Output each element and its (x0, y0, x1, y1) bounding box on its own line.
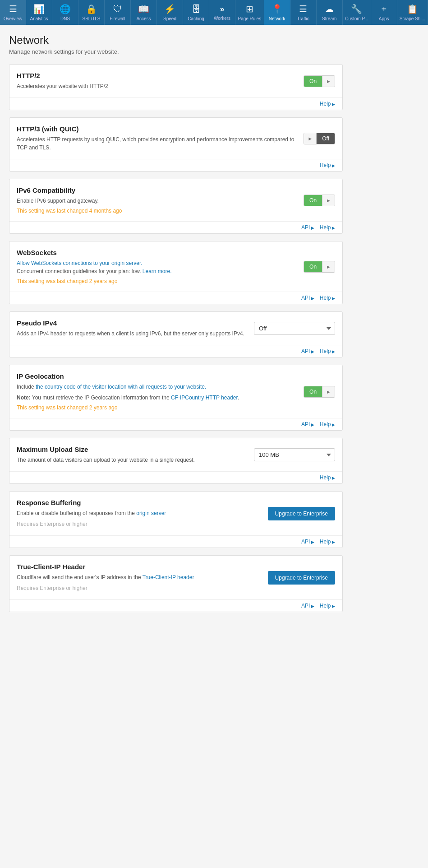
true-client-ip-card: True-Client-IP Header Cloudflare will se… (9, 555, 343, 612)
websockets-desc-link[interactable]: Allow WebSockets connections to your ori… (17, 260, 143, 266)
page-rules-icon: ⊞ (246, 4, 253, 14)
nav-item-overview[interactable]: ☰ Overview (0, 0, 26, 25)
nav-label-overview: Overview (4, 16, 23, 21)
websockets-learn-more-link[interactable]: Learn more. (143, 268, 172, 274)
true-client-ip-card-body: True-Client-IP Header Cloudflare will se… (9, 556, 342, 599)
pseudo-ipv4-help-link[interactable]: Help (320, 348, 335, 354)
ip-geolocation-control: On ► (304, 386, 335, 398)
ipv6-card: IPv6 Compatibility Enable IPv6 support a… (9, 179, 343, 234)
cf-ipcountry-link[interactable]: CF-IPCountry HTTP header (171, 395, 238, 401)
ip-geolocation-toggle-on[interactable]: On (304, 386, 322, 397)
access-icon: 📖 (138, 4, 149, 14)
response-buffering-footer: API Help (9, 535, 342, 548)
overview-icon: ☰ (9, 4, 17, 14)
nav-item-apps[interactable]: + Apps (371, 0, 397, 25)
nav-item-caching[interactable]: 🗄 Caching (183, 0, 209, 25)
http3-toggle-off[interactable]: Off (317, 133, 335, 144)
response-buffering-control: Upgrade to Enterprise (268, 507, 335, 520)
http3-help-link[interactable]: Help (320, 162, 335, 168)
http3-info: HTTP/3 (with QUIC) Accelerates HTTP requ… (17, 125, 304, 152)
response-buffering-origin-link[interactable]: origin server (136, 510, 166, 516)
ipv6-toggle-on[interactable]: On (304, 195, 322, 206)
nav-item-network[interactable]: 📍 Network (264, 0, 290, 25)
stream-icon: ☁ (325, 4, 334, 14)
true-client-ip-upgrade-btn[interactable]: Upgrade to Enterprise (268, 571, 335, 585)
nav-item-custom-p[interactable]: 🔧 Custom P... (343, 0, 371, 25)
http2-desc: Accelerates your website with HTTP/2 (17, 82, 295, 90)
nav-label-apps: Apps (379, 16, 389, 21)
response-buffering-api-link[interactable]: API (301, 538, 314, 545)
ipv6-control: On ► (304, 195, 335, 206)
http3-control: ► Off (304, 133, 335, 144)
max-upload-select[interactable]: 100 MB 200 MB 500 MB (254, 448, 335, 461)
max-upload-card-body: Maximum Upload Size The amount of data v… (9, 438, 342, 471)
true-client-ip-control: Upgrade to Enterprise (268, 571, 335, 585)
page-title: Network (9, 34, 343, 46)
pseudo-ipv4-api-link[interactable]: API (301, 348, 314, 354)
ip-geolocation-info: IP Geolocation Include the country code … (17, 372, 304, 411)
traffic-icon: ☰ (299, 4, 307, 14)
nav-item-traffic[interactable]: ☰ Traffic (290, 0, 317, 25)
true-client-ip-help-link[interactable]: Help (320, 603, 335, 609)
websockets-toggle-on[interactable]: On (304, 261, 322, 272)
ip-geolocation-footer: API Help (9, 418, 342, 430)
http2-toggle-expand[interactable]: ► (322, 76, 335, 87)
nav-item-page-rules[interactable]: ⊞ Page Rules (235, 0, 264, 25)
http3-card-body: HTTP/3 (with QUIC) Accelerates HTTP requ… (9, 118, 342, 159)
http2-toggle-on[interactable]: On (304, 76, 322, 87)
nav-label-page-rules: Page Rules (238, 16, 261, 21)
ip-geolocation-api-link[interactable]: API (301, 421, 314, 427)
nav-item-firewall[interactable]: 🛡 Firewall (105, 0, 131, 25)
http2-control: On ► (304, 75, 335, 87)
page-content: Network Manage network settings for your… (0, 25, 352, 628)
nav-item-workers[interactable]: » Workers (209, 0, 235, 25)
http2-help-link[interactable]: Help (320, 101, 335, 107)
ipv6-help-link[interactable]: Help (320, 224, 335, 231)
ip-geolocation-toggle: On ► (304, 386, 335, 398)
true-client-ip-link[interactable]: True-Client-IP header (143, 574, 194, 580)
speed-icon: ⚡ (164, 4, 175, 14)
nav-item-scrape-shi[interactable]: 📋 Scrape Shi... (397, 0, 428, 25)
http2-footer: Help (9, 97, 342, 110)
nav-item-speed[interactable]: ⚡ Speed (157, 0, 183, 25)
nav-item-stream[interactable]: ☁ Stream (317, 0, 343, 25)
response-buffering-help-link[interactable]: Help (320, 538, 335, 545)
http3-toggle-expand-left[interactable]: ► (304, 133, 317, 144)
ipv6-changed: This setting was last changed 4 months a… (17, 208, 295, 214)
websockets-toggle-expand[interactable]: ► (322, 261, 335, 272)
response-buffering-enterprise-note: Requires Enterprise or higher (17, 520, 259, 528)
nav-item-access[interactable]: 📖 Access (131, 0, 157, 25)
websockets-desc: Allow WebSockets connections to your ori… (17, 259, 295, 275)
custom-p-icon: 🔧 (351, 4, 362, 14)
http2-info: HTTP/2 Accelerates your website with HTT… (17, 72, 304, 90)
true-client-ip-enterprise-note: Requires Enterprise or higher (17, 584, 259, 592)
websockets-api-link[interactable]: API (301, 295, 314, 301)
ip-geolocation-help-link[interactable]: Help (320, 421, 335, 427)
true-client-ip-api-link[interactable]: API (301, 603, 314, 609)
websockets-help-link[interactable]: Help (320, 295, 335, 301)
max-upload-help-link[interactable]: Help (320, 474, 335, 481)
response-buffering-title: Response Buffering (17, 499, 259, 506)
ip-geolocation-card: IP Geolocation Include the country code … (9, 365, 343, 431)
dns-icon: 🌐 (60, 4, 71, 14)
ip-geo-link[interactable]: the country code of the visitor location… (36, 384, 206, 390)
ip-geolocation-toggle-expand[interactable]: ► (322, 386, 335, 397)
nav-label-dns: DNS (60, 16, 70, 21)
ip-geolocation-changed: This setting was last changed 2 years ag… (17, 404, 295, 411)
websockets-title: WebSockets (17, 249, 295, 256)
nav-label-stream: Stream (322, 16, 336, 21)
websockets-info: WebSockets Allow WebSockets connections … (17, 249, 304, 284)
scrape-shi-icon: 📋 (407, 4, 418, 14)
websockets-card-body: WebSockets Allow WebSockets connections … (9, 241, 342, 292)
http2-card: HTTP/2 Accelerates your website with HTT… (9, 64, 343, 110)
max-upload-footer: Help (9, 471, 342, 483)
response-buffering-upgrade-btn[interactable]: Upgrade to Enterprise (268, 507, 335, 520)
nav-item-ssl-tls[interactable]: 🔒 SSL/TLS (78, 0, 105, 25)
nav-item-analytics[interactable]: 📊 Analytics (26, 0, 52, 25)
ipv6-api-link[interactable]: API (301, 224, 314, 231)
websockets-changed: This setting was last changed 2 years ag… (17, 278, 295, 284)
pseudo-ipv4-select[interactable]: Off Add Header Overwrite Header (254, 322, 335, 335)
page-subtitle: Manage network settings for your website… (9, 48, 343, 55)
ipv6-toggle-expand[interactable]: ► (322, 195, 335, 206)
nav-item-dns[interactable]: 🌐 DNS (52, 0, 78, 25)
